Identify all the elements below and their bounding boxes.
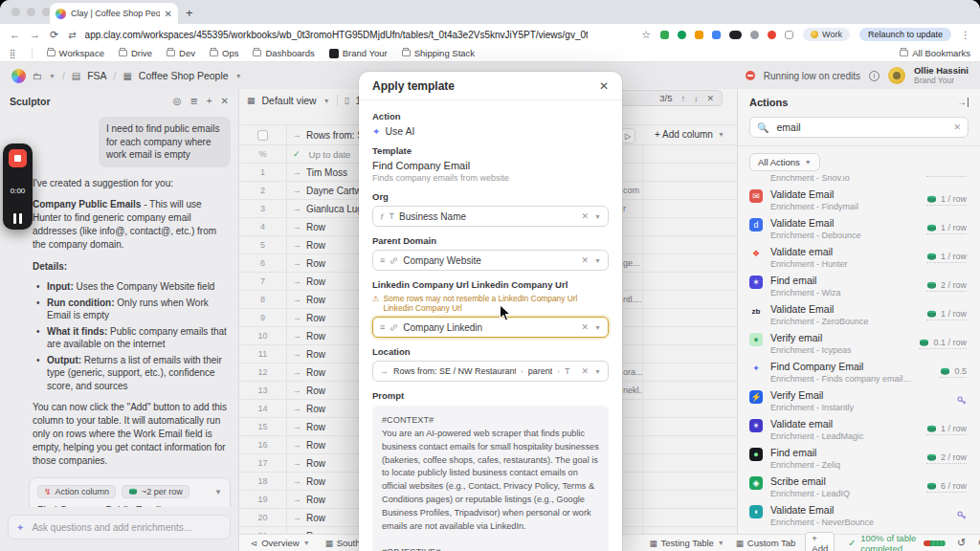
workspace-folder-icon[interactable]: 🗀	[33, 71, 42, 81]
action-item[interactable]: ❖Validate emailEnrichment - Hunter1 / ro…	[749, 243, 969, 272]
bookmark-item[interactable]: Shipping Stack	[402, 48, 475, 58]
browser-tab[interactable]: Clay | Coffee Shop People ✕	[50, 3, 178, 24]
history-list-icon[interactable]: ≣	[189, 96, 197, 106]
action-item[interactable]: ◈Scribe emailEnrichment - LeadIQ6 / row	[749, 473, 969, 501]
bookmark-item[interactable]: Workspace	[47, 48, 104, 58]
open-row-icon[interactable]: →	[293, 386, 301, 395]
bookmark-item[interactable]: Dashboards	[253, 48, 314, 58]
open-row-icon[interactable]: →	[293, 313, 301, 322]
credits-warning-text[interactable]: Running low on credits	[764, 71, 860, 81]
parent-domain-field[interactable]: ≡ Company Website ✕▼	[372, 250, 609, 271]
extension-icon[interactable]	[750, 31, 759, 39]
apps-grid-icon[interactable]: ⣿	[10, 49, 17, 58]
actions-search[interactable]: 🔍 ✕	[749, 117, 969, 138]
pause-recording-button[interactable]	[13, 213, 22, 224]
open-row-icon[interactable]: →	[293, 367, 301, 377]
site-info-icon[interactable]: ⇄	[68, 30, 75, 40]
open-row-icon[interactable]: →	[293, 167, 301, 177]
window-controls[interactable]	[11, 8, 51, 16]
extension-icon[interactable]	[678, 31, 686, 39]
chevron-down-icon[interactable]: ▼	[235, 73, 242, 79]
org-field[interactable]: ƒ T Business Name ✕▼	[372, 206, 609, 227]
select-all-checkbox[interactable]	[257, 130, 268, 141]
back-icon[interactable]: ←	[10, 29, 20, 40]
relaunch-button[interactable]: Relaunch to update	[859, 28, 951, 41]
modal-close-icon[interactable]: ✕	[599, 79, 609, 93]
tab-close-icon[interactable]: ✕	[165, 9, 172, 19]
find-prev-icon[interactable]: ↑	[680, 94, 685, 103]
new-tab-button[interactable]: +	[186, 6, 193, 20]
open-row-icon[interactable]: →	[293, 458, 301, 468]
close-sidebar-icon[interactable]: ✕	[221, 96, 229, 106]
open-row-icon[interactable]: →	[293, 331, 301, 341]
reload-icon[interactable]: ⟳	[50, 29, 58, 41]
prompt-textarea[interactable]: #CONTEXT# You are an AI-powered web scra…	[372, 406, 609, 551]
action-item[interactable]: dValidate EmailEnrichment - Debounce1 / …	[749, 214, 969, 243]
chevron-down-icon[interactable]: ▼	[49, 73, 56, 79]
action-item[interactable]: ●Verify emailEnrichment - Icypeas0.1 / r…	[749, 329, 969, 358]
open-row-icon[interactable]: →	[293, 476, 301, 486]
clear-search-icon[interactable]: ✕	[953, 122, 961, 132]
extension-icon[interactable]	[695, 31, 703, 39]
view-selector[interactable]: Default view	[262, 95, 317, 106]
add-column-header-button[interactable]: + Add column▼	[649, 127, 730, 142]
open-row-icon[interactable]: →	[293, 276, 301, 286]
open-row-icon[interactable]: →	[293, 295, 301, 304]
action-item[interactable]: ◗Validate EmailEnrichment - NeverBounce	[749, 501, 969, 530]
open-row-icon[interactable]: →	[293, 422, 301, 431]
breadcrumb-workspace[interactable]: FSA	[87, 70, 106, 81]
chevron-down-icon[interactable]: ▼	[594, 213, 601, 220]
close-window-icon[interactable]	[11, 8, 20, 16]
action-item[interactable]: zbValidate EmailEnrichment - ZeroBounce1…	[749, 300, 969, 329]
action-item[interactable]: ●Find emailEnrichment - Zeliq2 / row	[749, 444, 969, 473]
open-row-icon[interactable]: →	[293, 513, 301, 522]
bookmark-item[interactable]: Ops	[210, 48, 238, 58]
bookmark-item[interactable]: Drive	[119, 48, 152, 58]
clay-logo-icon[interactable]	[11, 69, 26, 83]
extension-icon[interactable]	[712, 31, 721, 39]
extension-icon[interactable]	[660, 31, 669, 39]
open-row-icon[interactable]: →	[293, 186, 301, 195]
action-item[interactable]: ✉Validate EmailEnrichment - Findymail1 /…	[749, 186, 969, 214]
action-item[interactable]: ✶Find emailEnrichment - Wiza2 / row	[749, 272, 969, 300]
clear-icon[interactable]: ✕	[582, 366, 590, 376]
collapse-panel-icon[interactable]: →	[957, 98, 969, 107]
find-next-icon[interactable]: ↓	[694, 94, 699, 103]
stop-recording-button[interactable]	[9, 149, 27, 167]
find-close-icon[interactable]: ✕	[706, 94, 714, 103]
new-chat-icon[interactable]: +	[207, 96, 212, 106]
minimize-window-icon[interactable]	[27, 8, 35, 16]
all-bookmarks[interactable]: All Bookmarks	[900, 48, 970, 58]
target-icon[interactable]: ◎	[173, 96, 182, 106]
chevron-down-icon[interactable]: ▼	[594, 368, 601, 375]
open-row-icon[interactable]: →	[293, 404, 301, 413]
open-row-icon[interactable]: →	[293, 204, 301, 213]
action-item[interactable]: ✦Find Company EmailEnrichment - Finds co…	[749, 358, 969, 386]
clear-icon[interactable]: ✕	[582, 255, 590, 265]
user-avatar[interactable]	[888, 67, 905, 84]
chevron-down-icon[interactable]: ▼	[594, 257, 601, 264]
overview-tab[interactable]: ⊲ Overview ▼	[251, 538, 310, 548]
open-row-icon[interactable]: →	[293, 240, 301, 250]
extension-icon[interactable]	[768, 31, 776, 39]
extension-icon[interactable]	[785, 31, 793, 39]
bookmark-item[interactable]: Dev	[167, 48, 195, 58]
tab-testing-table[interactable]: ▦Testing Table▼	[650, 538, 724, 548]
chevron-down-icon[interactable]: ▼	[323, 98, 330, 104]
browser-menu-icon[interactable]: ⋮	[961, 30, 970, 40]
clear-icon[interactable]: ✕	[582, 211, 590, 221]
open-row-icon[interactable]: →	[293, 495, 301, 504]
chat-input[interactable]	[30, 521, 222, 534]
action-item[interactable]: ⚡Verify EmailEnrichment - Instantly	[749, 386, 969, 415]
profile-chip[interactable]: Work	[803, 28, 850, 41]
open-row-icon[interactable]: →	[293, 222, 301, 231]
url-text[interactable]: app.clay.com/workspaces/455395/workbooks…	[85, 30, 588, 40]
breadcrumb-table[interactable]: Coffee Shop People	[139, 70, 229, 81]
chevron-down-icon[interactable]: ▼	[214, 488, 222, 496]
add-tab-button[interactable]: + Add	[805, 532, 835, 551]
bookmark-star-icon[interactable]: ☆	[641, 29, 651, 41]
info-icon[interactable]: i	[869, 71, 880, 81]
forward-icon[interactable]: →	[30, 29, 40, 40]
search-input[interactable]	[774, 121, 947, 134]
select-all-cell[interactable]	[239, 125, 287, 144]
